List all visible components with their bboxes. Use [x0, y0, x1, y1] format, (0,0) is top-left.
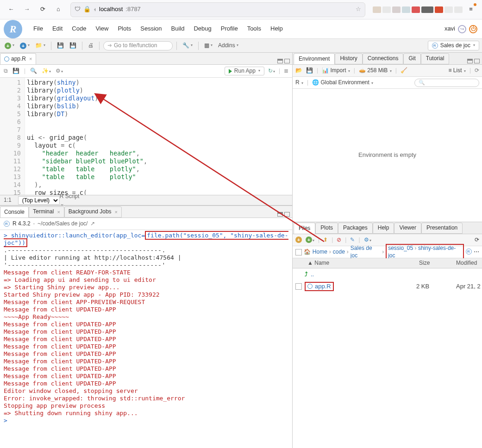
- env-empty-message: Environment is empty: [293, 89, 482, 222]
- tab-presentation[interactable]: Presentation: [421, 223, 463, 234]
- find-icon[interactable]: 🔍: [30, 68, 37, 75]
- files-header: ▲ Name Size Modified: [293, 258, 482, 268]
- save-icon[interactable]: 💾: [55, 42, 66, 50]
- outline-icon[interactable]: ≣: [284, 68, 288, 75]
- r-scope[interactable]: R ▾: [295, 79, 303, 87]
- tools-icon[interactable]: 🔧▾: [181, 42, 194, 50]
- power-icon[interactable]: ⏻: [469, 25, 477, 33]
- minimize-icon[interactable]: [277, 212, 283, 217]
- menu-session[interactable]: Session: [136, 23, 166, 35]
- scope-select[interactable]: (Top Level): [18, 196, 60, 205]
- menu-view[interactable]: View: [91, 23, 113, 35]
- import-button[interactable]: 📊 Import ▾: [322, 67, 350, 75]
- code-area[interactable]: library(shiny)library(plotly)library(gri…: [25, 78, 292, 195]
- close-icon[interactable]: ×: [29, 56, 32, 62]
- menu-build[interactable]: Build: [167, 23, 189, 35]
- tab-viewer[interactable]: Viewer: [394, 223, 421, 234]
- tab-console[interactable]: Console: [0, 206, 29, 218]
- maximize-icon[interactable]: [284, 59, 290, 63]
- addins-button[interactable]: Addins ▾: [216, 42, 240, 50]
- file-row[interactable]: app.R 2 KB Apr 21, 2: [293, 280, 482, 292]
- r-proj-icon[interactable]: [466, 249, 472, 255]
- save-env-icon[interactable]: 💾: [306, 67, 313, 75]
- tab-connections[interactable]: Connections: [363, 53, 404, 64]
- sign-out-icon[interactable]: ↪: [458, 25, 466, 33]
- tab-git[interactable]: Git: [403, 53, 420, 64]
- more-path-icon[interactable]: ⋯: [474, 249, 479, 256]
- tune-icon: ⫞: [94, 6, 96, 12]
- console-tabbar: ConsoleTerminal ×Background Jobs ×: [0, 206, 292, 218]
- tab-plots[interactable]: Plots: [315, 223, 338, 234]
- console-output[interactable]: > shinyuieditor::launch_editor(app_loc=f…: [0, 230, 292, 448]
- crumb-sessio[interactable]: sessio_05: [388, 245, 413, 251]
- tab-history[interactable]: History: [335, 53, 362, 64]
- goto-input[interactable]: ➜Go to file/function: [103, 41, 173, 50]
- save-source-icon[interactable]: 💾: [13, 68, 19, 75]
- new-file-icon[interactable]: +▾: [306, 236, 314, 244]
- reload-icon[interactable]: ⟳: [35, 2, 50, 17]
- print-icon[interactable]: 🖨: [86, 42, 95, 50]
- tab-app-r[interactable]: app.R ×: [0, 53, 36, 64]
- memory-indicator[interactable]: 🥧 258 MiB ▾: [359, 67, 392, 75]
- run-app-button[interactable]: Run App ▾: [225, 67, 264, 76]
- new-folder-icon[interactable]: +: [295, 236, 302, 244]
- view-mode[interactable]: ≡ List ▾: [449, 67, 466, 75]
- minimize-icon[interactable]: [277, 59, 283, 63]
- upload-icon[interactable]: ⬆: [323, 236, 328, 244]
- open-recent-button[interactable]: 📁▾: [33, 42, 47, 50]
- refresh-files-icon[interactable]: ⟳: [475, 236, 479, 244]
- ide-body: app.R × ⧉ 💾 | 🔍 ✨▾ ⚙▾ Run App ▾: [0, 53, 482, 448]
- crumb-home[interactable]: Home: [313, 249, 327, 256]
- menu-icon[interactable]: ≡: [463, 2, 478, 17]
- project-menu[interactable]: Sales de joc ▾: [428, 41, 479, 51]
- save-all-icon[interactable]: 💾: [68, 42, 78, 50]
- new-file-button[interactable]: +▾: [3, 42, 16, 50]
- menu-edit[interactable]: Edit: [48, 23, 67, 35]
- url-bar[interactable]: 🛡 🔒 ⫞ localhost:8787 ☆: [70, 2, 365, 17]
- reload-source-icon[interactable]: ↻▾: [268, 68, 275, 75]
- shield-icon: 🛡: [75, 6, 81, 13]
- wd-popup-icon[interactable]: ↗: [90, 220, 95, 228]
- more-icon[interactable]: ⚙▾: [364, 236, 371, 244]
- load-icon[interactable]: 📂: [295, 67, 302, 75]
- tab-files[interactable]: Files: [294, 223, 315, 234]
- broom-icon[interactable]: 🧹: [401, 67, 407, 75]
- delete-icon[interactable]: ⊘: [337, 236, 341, 244]
- main-toolbar: +▾ +▾ 📁▾ 💾 💾 🖨 ➜Go to file/function 🔧▾ ▦…: [0, 39, 482, 53]
- back-icon[interactable]: ←: [4, 2, 19, 17]
- grid-icon[interactable]: ▦▾: [202, 42, 214, 50]
- home-icon[interactable]: ⌂: [51, 2, 66, 17]
- tab-background-jobs[interactable]: Background Jobs ×: [64, 206, 122, 218]
- rename-icon[interactable]: ✎: [350, 236, 355, 244]
- popout-icon[interactable]: ⧉: [4, 68, 8, 75]
- menu-file[interactable]: File: [29, 23, 48, 35]
- env-scope[interactable]: 🌐 Global Environment ▾: [312, 79, 373, 87]
- menu-plots[interactable]: Plots: [113, 23, 136, 35]
- parent-dir-row[interactable]: ⤴ ..: [293, 268, 482, 280]
- wand-icon[interactable]: ✨▾: [42, 68, 51, 75]
- env-search-input[interactable]: 🔍: [414, 79, 479, 87]
- file-checkbox[interactable]: [295, 283, 302, 290]
- bookmark-star-icon[interactable]: ☆: [356, 6, 361, 13]
- menu-debug[interactable]: Debug: [189, 23, 216, 35]
- tab-terminal[interactable]: Terminal ×: [29, 206, 64, 218]
- menu-help[interactable]: Help: [266, 23, 288, 35]
- menu-tools[interactable]: Tools: [243, 23, 266, 35]
- tab-environment[interactable]: Environment: [294, 53, 335, 64]
- home-crumb-icon[interactable]: 🏠: [304, 249, 311, 256]
- tab-tutorial[interactable]: Tutorial: [421, 53, 450, 64]
- select-all-checkbox[interactable]: [295, 249, 302, 255]
- source-toolbar: ⧉ 💾 | 🔍 ✨▾ ⚙▾ Run App ▾ ↻▾ | ≣: [0, 65, 292, 78]
- refresh-icon[interactable]: ⟳: [475, 67, 479, 75]
- menu-code[interactable]: Code: [67, 23, 91, 35]
- tab-packages[interactable]: Packages: [338, 223, 373, 234]
- tab-help[interactable]: Help: [373, 223, 394, 234]
- gear-icon[interactable]: ⚙▾: [56, 68, 63, 75]
- code-editor[interactable]: 1234567891011121314151617 library(shiny)…: [0, 78, 292, 195]
- menu-profile[interactable]: Profile: [216, 23, 243, 35]
- crumb-sales[interactable]: Sales de joc: [351, 245, 380, 259]
- crumb-code[interactable]: code: [333, 249, 345, 256]
- new-project-button[interactable]: +▾: [18, 42, 31, 50]
- maximize-icon[interactable]: [284, 212, 290, 217]
- rstudio-logo: R: [4, 20, 22, 38]
